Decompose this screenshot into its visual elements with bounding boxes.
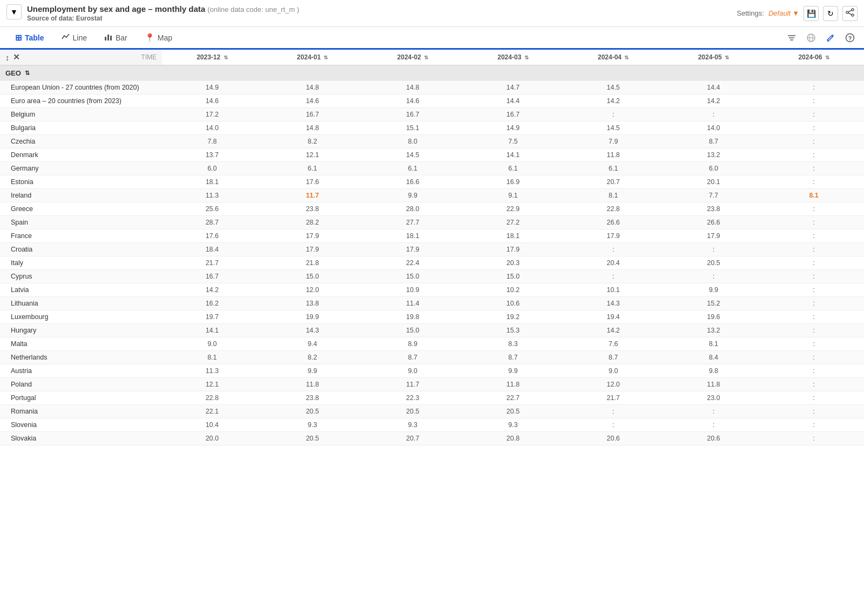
country-name-cell: Romania xyxy=(0,405,162,418)
nav-right-icons: ? xyxy=(784,30,858,45)
table-row: Italy21.721.822.420.320.420.5: xyxy=(0,256,864,270)
data-cell: 26.6 xyxy=(563,216,664,229)
nav-bar: ⊞ Table Line Bar 📍 Map xyxy=(0,27,864,50)
sort-icon: ⇅ xyxy=(624,55,629,60)
data-cell: : xyxy=(764,310,864,324)
col-label: 2024-06 xyxy=(798,53,822,61)
data-cell: 9.4 xyxy=(262,337,363,351)
time-header: TIME xyxy=(141,53,157,61)
sort-icon: ⇅ xyxy=(424,55,428,60)
source-label: Source of data: xyxy=(27,15,74,22)
data-cell: : xyxy=(764,256,864,270)
data-cell: : xyxy=(764,378,864,391)
clear-sort-button[interactable]: ✕ xyxy=(13,52,20,62)
data-cell: 14.7 xyxy=(463,81,563,94)
edit-button[interactable] xyxy=(823,30,838,45)
sort-geo-icon[interactable]: ⇅ xyxy=(25,70,30,77)
col-header-2024-05[interactable]: 2024-05 ⇅ xyxy=(664,50,764,65)
col-header-2024-06[interactable]: 2024-06 ⇅ xyxy=(764,50,864,65)
country-name-cell: Croatia xyxy=(0,243,162,256)
col-label: 2023-12 xyxy=(197,53,220,61)
data-cell: 9.8 xyxy=(664,364,764,378)
chevron-down-icon: ▼ xyxy=(792,9,799,17)
globe-button[interactable] xyxy=(804,30,819,45)
data-cell: 14.1 xyxy=(162,324,262,337)
data-cell: : xyxy=(664,418,764,432)
data-cell: 8.7 xyxy=(362,351,463,364)
save-button[interactable]: 💾 xyxy=(804,6,819,21)
country-name-cell: Germany xyxy=(0,162,162,175)
data-cell: 22.7 xyxy=(463,391,563,405)
data-cell: 14.2 xyxy=(563,324,664,337)
data-cell: 17.9 xyxy=(563,229,664,243)
data-cell: 11.4 xyxy=(362,297,463,310)
data-cell: 14.5 xyxy=(563,121,664,135)
col-header-2024-01[interactable]: 2024-01 ⇅ xyxy=(262,50,363,65)
share-button[interactable] xyxy=(842,6,858,21)
data-source: Source of data: Eurostat xyxy=(27,15,299,22)
table-row: Slovakia20.020.520.720.820.620.6: xyxy=(0,432,864,445)
col-header-2024-03[interactable]: 2024-03 ⇅ xyxy=(463,50,563,65)
data-cell: 18.1 xyxy=(362,229,463,243)
data-cell: 8.7 xyxy=(563,351,664,364)
sort-button[interactable]: ↕ xyxy=(5,53,10,62)
data-cell: 14.9 xyxy=(162,81,262,94)
table-row: Malta9.09.48.98.37.68.1: xyxy=(0,337,864,351)
table-row: Czechia7.88.28.07.57.98.7: xyxy=(0,135,864,148)
table-row: Spain28.728.227.727.226.626.6: xyxy=(0,216,864,229)
map-pin-icon: 📍 xyxy=(145,33,155,43)
table-row: Hungary14.114.315.015.314.213.2: xyxy=(0,324,864,337)
data-cell: 17.9 xyxy=(664,229,764,243)
data-cell: 8.1 xyxy=(563,189,664,202)
data-cell: 19.8 xyxy=(362,310,463,324)
filter-button[interactable] xyxy=(784,30,799,45)
data-cell: 19.4 xyxy=(563,310,664,324)
table-row: Croatia18.417.917.917.9::: xyxy=(0,243,864,256)
tab-table[interactable]: ⊞ Table xyxy=(6,28,53,50)
data-cell: : xyxy=(664,270,764,283)
data-cell: 19.6 xyxy=(664,310,764,324)
data-cell: 10.1 xyxy=(563,283,664,297)
table-row: Germany6.06.16.16.16.16.0: xyxy=(0,162,864,175)
data-cell: 26.6 xyxy=(664,216,764,229)
data-cell: 21.7 xyxy=(563,391,664,405)
tab-bar[interactable]: Bar xyxy=(96,27,136,50)
col-label: 2024-05 xyxy=(698,53,722,61)
collapse-button[interactable]: ▼ xyxy=(6,4,22,19)
app-header: ▼ Unemployment by sex and age – monthly … xyxy=(0,0,864,27)
table-row: Ireland11.311.79.99.18.17.78.1 xyxy=(0,189,864,202)
country-name-cell: Ireland xyxy=(0,189,162,202)
data-cell: 28.7 xyxy=(162,216,262,229)
data-cell: 15.0 xyxy=(262,270,363,283)
help-button[interactable]: ? xyxy=(842,30,858,45)
settings-dropdown[interactable]: Default ▼ xyxy=(768,9,799,17)
data-cell: 12.1 xyxy=(262,148,363,162)
refresh-button[interactable]: ↻ xyxy=(823,6,838,21)
data-cell: : xyxy=(764,243,864,256)
data-cell: 14.2 xyxy=(664,94,764,108)
data-cell: 27.2 xyxy=(463,216,563,229)
data-cell: 28.2 xyxy=(262,216,363,229)
data-cell: 9.9 xyxy=(664,283,764,297)
col-label: 2024-01 xyxy=(297,53,321,61)
svg-rect-6 xyxy=(107,35,109,40)
country-name-cell: Euro area – 20 countries (from 2023) xyxy=(0,94,162,108)
data-cell: 21.8 xyxy=(262,256,363,270)
geo-group-header: GEO ⇅ xyxy=(0,65,864,81)
data-cell: 21.7 xyxy=(162,256,262,270)
col-header-2024-02[interactable]: 2024-02 ⇅ xyxy=(362,50,463,65)
data-cell: 11.3 xyxy=(162,189,262,202)
col-header-2024-04[interactable]: 2024-04 ⇅ xyxy=(563,50,664,65)
data-cell: 14.8 xyxy=(362,81,463,94)
data-cell: 8.1 xyxy=(764,189,864,202)
tab-map[interactable]: 📍 Map xyxy=(136,28,181,50)
col-header-2023-12[interactable]: 2023-12 ⇅ xyxy=(162,50,262,65)
tab-line[interactable]: Line xyxy=(53,27,96,50)
data-cell: : xyxy=(764,175,864,189)
data-cell: 19.7 xyxy=(162,310,262,324)
data-cell: 22.4 xyxy=(362,256,463,270)
data-cell: : xyxy=(764,405,864,418)
country-name-cell: European Union - 27 countries (from 2020… xyxy=(0,81,162,94)
data-cell: 14.3 xyxy=(262,324,363,337)
data-cell: 17.9 xyxy=(262,243,363,256)
